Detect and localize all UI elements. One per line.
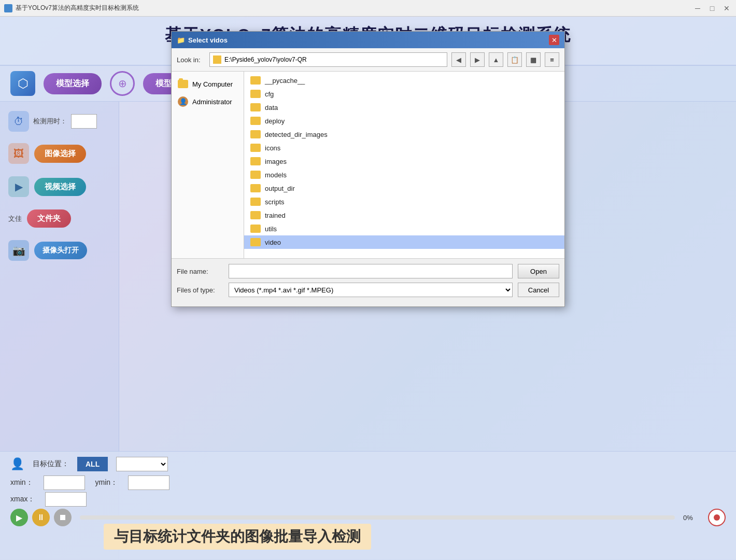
open-button[interactable]: Open xyxy=(518,264,559,278)
view-detail-button[interactable]: ▦ xyxy=(526,52,541,67)
folder-icon xyxy=(250,76,261,85)
nav-history-button[interactable]: 📋 xyxy=(507,52,522,67)
filetype-label: Files of type: xyxy=(177,286,223,294)
view-list-button[interactable]: ≡ xyxy=(545,52,559,67)
dialog-title: 📁 Select vidos xyxy=(177,36,228,44)
folder-name: __pycache__ xyxy=(265,77,305,85)
filename-input[interactable] xyxy=(229,264,513,278)
list-item[interactable]: data xyxy=(244,101,564,114)
list-item[interactable]: detected_dir_images xyxy=(244,128,564,141)
dialog-toolbar: Look in: E:\Pyside6_yolov7\yolov7-QR ◀ ▶… xyxy=(172,48,564,72)
list-item[interactable]: output_dir xyxy=(244,181,564,195)
folder-name: models xyxy=(265,171,287,179)
my-computer-label: My Computer xyxy=(192,80,233,88)
folder-icon xyxy=(250,103,261,111)
list-item[interactable]: models xyxy=(244,168,564,181)
list-item[interactable]: scripts xyxy=(244,195,564,208)
dialog-title-icon: 📁 xyxy=(177,36,185,44)
folder-name: trained xyxy=(265,212,286,219)
list-item[interactable]: images xyxy=(244,155,564,168)
nav-up-button[interactable]: ▲ xyxy=(489,52,503,67)
folder-name: cfg xyxy=(265,90,274,98)
filetype-select[interactable]: Videos (*.mp4 *.avi *.gif *.MPEG) xyxy=(229,283,513,297)
sidebar-my-computer[interactable]: My Computer xyxy=(172,76,244,92)
lookin-label: Look in: xyxy=(177,56,205,64)
folder-name: detected_dir_images xyxy=(265,131,328,138)
filename-label: File name: xyxy=(177,268,223,275)
dialog-close-button[interactable]: ✕ xyxy=(549,35,559,45)
dialog-titlebar: 📁 Select vidos ✕ xyxy=(172,32,564,48)
path-value: E:\Pyside6_yolov7\yolov7-QR xyxy=(224,56,307,63)
folder-name: utils xyxy=(265,225,277,233)
list-item[interactable]: __pycache__ xyxy=(244,74,564,87)
dialog-title-text: Select vidos xyxy=(188,36,228,44)
dialog-sidebar: My Computer 👤 Administrator xyxy=(172,72,244,258)
list-item[interactable]: utils xyxy=(244,222,564,235)
folder-icon xyxy=(250,144,261,152)
list-item[interactable]: cfg xyxy=(244,87,564,101)
dialog-overlay: 📁 Select vidos ✕ Look in: E:\Pyside6_yol… xyxy=(0,0,736,560)
sidebar-administrator[interactable]: 👤 Administrator xyxy=(172,92,244,111)
list-item[interactable]: icons xyxy=(244,141,564,155)
file-dialog: 📁 Select vidos ✕ Look in: E:\Pyside6_yol… xyxy=(171,31,565,307)
dialog-footer: File name: Open Files of type: Videos (*… xyxy=(172,258,564,306)
admin-label: Administrator xyxy=(192,98,232,106)
folder-name: icons xyxy=(265,144,280,152)
folder-icon xyxy=(250,184,261,192)
list-item[interactable]: trained xyxy=(244,208,564,222)
admin-user-icon: 👤 xyxy=(178,96,188,107)
file-list: __pycache__cfgdatadeploydetected_dir_ima… xyxy=(244,72,564,258)
folder-icon xyxy=(250,198,261,206)
my-computer-folder-icon xyxy=(178,80,188,88)
path-combo[interactable]: E:\Pyside6_yolov7\yolov7-QR xyxy=(209,52,447,67)
folder-name: video xyxy=(265,239,281,246)
list-item[interactable]: video xyxy=(244,235,564,249)
folder-icon xyxy=(250,238,261,246)
folder-name: output_dir xyxy=(265,185,295,192)
nav-forward-button[interactable]: ▶ xyxy=(470,52,485,67)
folder-name: images xyxy=(265,158,287,165)
folder-name: deploy xyxy=(265,117,285,125)
folder-icon xyxy=(250,90,261,98)
path-folder-icon xyxy=(213,55,221,64)
folder-icon xyxy=(250,157,261,165)
folder-icon xyxy=(250,171,261,179)
filename-row: File name: Open xyxy=(177,264,559,278)
folder-icon xyxy=(250,225,261,233)
folder-icon xyxy=(250,117,261,125)
cancel-button[interactable]: Cancel xyxy=(518,283,559,297)
nav-back-button[interactable]: ◀ xyxy=(451,52,466,67)
folder-icon xyxy=(250,211,261,219)
list-item[interactable]: deploy xyxy=(244,114,564,128)
folder-name: scripts xyxy=(265,198,285,206)
filetype-row: Files of type: Videos (*.mp4 *.avi *.gif… xyxy=(177,283,559,297)
folder-name: data xyxy=(265,104,278,111)
dialog-body: My Computer 👤 Administrator __pycache__c… xyxy=(172,72,564,258)
folder-icon xyxy=(250,130,261,138)
